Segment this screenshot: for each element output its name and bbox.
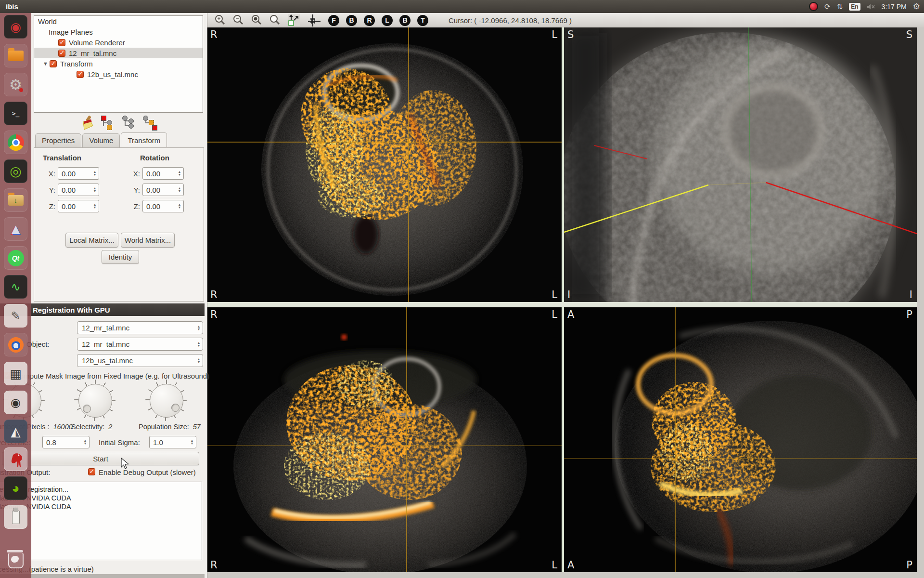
sagittal-view[interactable]: A P A P (564, 307, 917, 572)
local-matrix-button[interactable]: Local Matrix... (65, 233, 118, 248)
orientation-label: R (210, 559, 218, 571)
network-arrows-icon[interactable]: ⇅ (837, 2, 843, 11)
view-front-button[interactable]: F (328, 15, 339, 26)
recording-indicator-icon[interactable] (809, 2, 818, 11)
files-folder-icon[interactable] (4, 44, 27, 67)
population-knob[interactable] (150, 384, 183, 418)
selectivity-value: 2 (108, 423, 112, 431)
population-label-row: Population Size:57 (139, 423, 201, 431)
translation-y-spinbox[interactable]: 0.00▲▼ (58, 184, 99, 196)
node-tree-icon[interactable] (122, 116, 136, 130)
view-top-button[interactable]: T (417, 15, 428, 26)
coronal-view[interactable]: R L R L (207, 307, 562, 572)
tab-transform[interactable]: Transform (121, 132, 167, 147)
ibis-app-icon[interactable] (4, 447, 27, 471)
view-bottom-button[interactable]: B (399, 15, 411, 26)
trash-icon[interactable] (4, 549, 27, 572)
scene-tree[interactable]: World Image Planes Volume Renderer 12_mr… (34, 15, 203, 113)
unity-launcher-dock: ◉ ⚙ >_ ◎ ↓ ▲ Qt ∿ ✎ ▦ ◉ ◭ ◕ (0, 13, 31, 578)
sigma-spinbox[interactable]: 1.0 ▲▼ (149, 436, 196, 448)
start-button[interactable]: Start (2, 452, 199, 465)
clean-scene-broom-icon[interactable] (79, 115, 94, 131)
calculator-icon[interactable]: ▦ (4, 362, 27, 385)
mr-checkbox[interactable] (58, 50, 65, 57)
zoom-fit-icon[interactable] (250, 14, 265, 26)
clock[interactable]: 3:17 PM (882, 3, 907, 11)
nvidia-settings-icon[interactable]: ◕ (4, 476, 27, 500)
text-editor-icon[interactable]: ✎ (4, 304, 27, 328)
threed-view[interactable]: S S I I (564, 27, 917, 302)
transform-chip-icon[interactable] (143, 116, 157, 130)
camera-app-icon[interactable]: ◎ (4, 159, 27, 183)
tab-properties[interactable]: Properties (35, 133, 81, 148)
tree-item-12b-us-tal[interactable]: 12b_us_tal.mnc (34, 69, 203, 79)
orientation-label: R (210, 29, 218, 40)
blender-icon[interactable] (4, 333, 27, 356)
expander-icon[interactable]: ▼ (43, 61, 49, 66)
tab-volume[interactable]: Volume (82, 133, 120, 148)
view-left-button[interactable]: L (382, 15, 393, 26)
translation-x-spinbox[interactable]: 0.00▲▼ (58, 167, 99, 180)
coronal-mri-image (207, 307, 562, 572)
identity-button[interactable]: Identity (102, 250, 139, 264)
combo-arrows-icon[interactable]: ▲▼ (195, 322, 203, 334)
orientation-label: R (210, 309, 218, 320)
downloads-folder-icon[interactable]: ↓ (4, 188, 27, 212)
combo-arrows-icon[interactable]: ▲▼ (195, 338, 203, 350)
orientation-label: L (552, 29, 557, 40)
system-settings-icon[interactable]: ⚙ (4, 73, 27, 96)
system-monitor-icon[interactable]: ∿ (4, 275, 27, 299)
fixed-image-combo[interactable]: 12_mr_tal.mnc ▲▼ (77, 321, 203, 334)
world-matrix-button[interactable]: World Matrix... (121, 233, 175, 248)
add-transform-icon[interactable] (101, 116, 115, 130)
view-right-button[interactable]: R (364, 15, 375, 26)
moving-object-combo[interactable]: 12_mr_tal.mnc ▲▼ (77, 338, 203, 351)
combo-arrows-icon[interactable]: ▲▼ (195, 355, 203, 367)
photo-camera-icon[interactable]: ◉ (4, 391, 27, 414)
axial-view[interactable]: R L R L (207, 27, 562, 302)
chrome-browser-icon[interactable] (4, 131, 27, 154)
sync-indicator-icon[interactable]: ⟳ (824, 2, 831, 11)
debug-output-checkbox[interactable] (88, 468, 95, 475)
crosshair-grid-icon[interactable] (306, 13, 321, 27)
cursor-coordinates: Cursor: ( -12.0966, 24.8108, 18.7669 ) (449, 16, 572, 25)
zoom-out-icon[interactable] (232, 14, 246, 26)
rotation-x-spinbox[interactable]: 0.00▲▼ (142, 167, 184, 180)
rotation-y-spinbox[interactable]: 0.00▲▼ (142, 184, 184, 196)
orientation-label: A (567, 559, 574, 571)
tree-item-world[interactable]: World (34, 16, 203, 26)
ultrasound-combo[interactable]: 12b_us_tal.mnc ▲▼ (77, 354, 203, 367)
muted-speaker-icon[interactable] (867, 3, 875, 10)
tree-item-volume-renderer[interactable]: Volume Renderer (34, 37, 203, 48)
view-toolbar: F B R L B T Cursor: ( -12.0966, 24.8108,… (207, 13, 924, 27)
axial-mri-image (207, 27, 562, 302)
window-bottom-margin (207, 572, 917, 578)
view-back-button[interactable]: B (346, 15, 357, 26)
document-twist-icon[interactable]: ◭ (4, 420, 27, 443)
photos-prism-icon[interactable]: ▲ (4, 217, 27, 241)
percentile-spinbox[interactable]: 0.8 ▲▼ (42, 436, 90, 448)
session-gear-icon[interactable]: ⚙ (913, 1, 920, 12)
translation-title: Translation (43, 154, 81, 162)
reset-camera-icon[interactable] (288, 14, 300, 26)
tree-item-transform[interactable]: ▼ Transform (34, 58, 203, 69)
orientation-label: I (567, 289, 570, 301)
zoom-in-icon[interactable] (214, 14, 228, 26)
zoom-reset-icon[interactable] (269, 14, 283, 26)
terminal-icon[interactable]: >_ (4, 102, 27, 125)
volume-renderer-checkbox[interactable] (58, 39, 65, 46)
window-right-margin (917, 27, 924, 578)
transform-checkbox[interactable] (50, 60, 57, 67)
usb-drive-icon[interactable] (4, 505, 27, 529)
tree-item-12-mr-tal[interactable]: 12_mr_tal.mnc (34, 48, 203, 58)
selectivity-knob[interactable] (78, 384, 112, 418)
gpu-dialog-title: Registration With GPU (33, 306, 110, 314)
keyboard-layout-indicator[interactable]: En (849, 3, 860, 11)
rotation-z-spinbox[interactable]: 0.00▲▼ (142, 200, 184, 212)
translation-y-row: Y: 0.00▲▼ (45, 184, 99, 196)
qt-creator-icon[interactable]: Qt (4, 246, 27, 270)
dash-home-icon[interactable]: ◉ (4, 15, 27, 39)
us-checkbox[interactable] (77, 71, 84, 78)
translation-z-spinbox[interactable]: 0.00▲▼ (58, 200, 99, 212)
tree-item-image-planes[interactable]: Image Planes (34, 26, 203, 37)
